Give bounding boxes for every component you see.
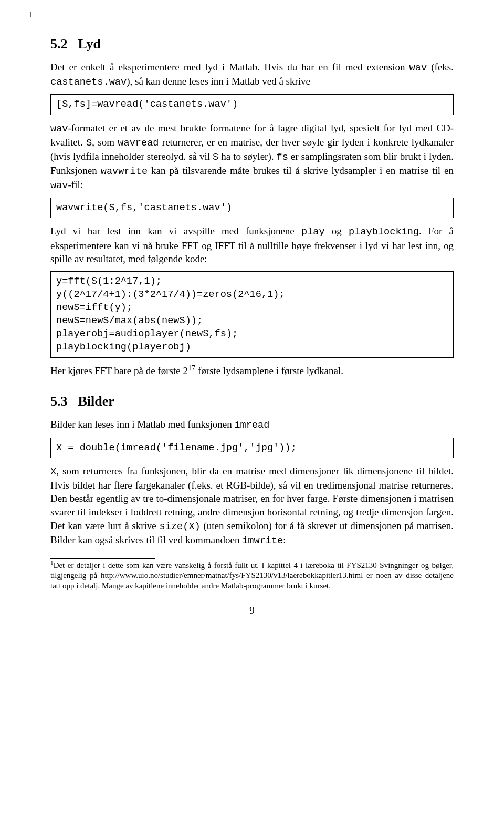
section-heading-bilder: 5.3Bilder	[50, 392, 454, 410]
page-number: 9	[50, 604, 454, 617]
code-inline: S	[86, 137, 92, 149]
code-inline: play	[301, 226, 325, 237]
paragraph: Her kjøres FFT bare på de første 217 før…	[50, 364, 454, 378]
text: ), så kan denne leses inn i Matlab ved å…	[127, 76, 310, 87]
section-title: Lyd	[78, 36, 101, 51]
footnote-text: Det er detaljer i dette som kan være van…	[50, 561, 454, 590]
code-block: y=fft(S(1:2^17,1); y((2^17/4+1):(3*2^17/…	[50, 271, 454, 358]
text: (feks.	[427, 61, 454, 73]
paragraph: Det er enkelt å eksperimentere med lyd i…	[50, 60, 454, 89]
paragraph: Bilder kan leses inn i Matlab med funksj…	[50, 418, 454, 432]
text: -fil:	[68, 179, 83, 190]
section-number: 5.3	[50, 394, 68, 409]
text: Lyd vi har lest inn kan vi avspille med …	[50, 225, 301, 236]
code-inline: wav	[410, 62, 427, 74]
code-inline: wavwrite	[101, 166, 148, 177]
section-number: 5.2	[50, 36, 68, 51]
text: , som	[92, 137, 118, 148]
code-inline: wav	[50, 180, 68, 191]
code-inline: X	[50, 466, 56, 478]
page-top-marker: 1	[28, 9, 33, 20]
code-block: X = double(imread('filename.jpg','jpg'))…	[50, 438, 454, 458]
text: Bilder kan leses inn i Matlab med funksj…	[50, 419, 234, 430]
code-inline: imread	[234, 419, 269, 431]
code-inline: wav	[50, 123, 68, 135]
text: og	[325, 225, 349, 236]
paragraph: Lyd vi har lest inn kan vi avspille med …	[50, 224, 454, 265]
text: kan på tilsvarende måte brukes til å skr…	[148, 165, 454, 176]
code-inline: size(X)	[160, 521, 201, 532]
text: første lydsamplene i første lydkanal.	[195, 365, 343, 376]
code-inline: playblocking	[349, 226, 419, 237]
code-inline: wavread	[118, 137, 159, 149]
paragraph: X, som returneres fra funksjonen, blir d…	[50, 464, 454, 547]
footnote-rule	[50, 558, 155, 559]
section-heading-lyd: 5.2Lyd	[50, 35, 454, 53]
code-inline: castanets.wav	[50, 76, 127, 88]
code-inline: fs	[276, 151, 288, 163]
section-title: Bilder	[78, 394, 114, 409]
code-inline: S	[213, 151, 218, 163]
footnote: 1Det er detaljer i dette som kan være va…	[50, 561, 454, 592]
text: Her kjøres FFT bare på de første 2	[50, 365, 188, 376]
code-block: [S,fs]=wavread('castanets.wav')	[50, 94, 454, 115]
paragraph: wav-formatet er et av de mest brukte for…	[50, 121, 454, 193]
text: :	[283, 534, 286, 545]
page: 1 5.2Lyd Det er enkelt å eksperimentere …	[0, 0, 504, 837]
text: ha to søyler).	[218, 151, 276, 162]
superscript: 17	[188, 363, 195, 371]
code-inline: imwrite	[242, 535, 283, 546]
code-block: wavwrite(S,fs,'castanets.wav')	[50, 198, 454, 218]
text: Det er enkelt å eksperimentere med lyd i…	[50, 61, 410, 73]
